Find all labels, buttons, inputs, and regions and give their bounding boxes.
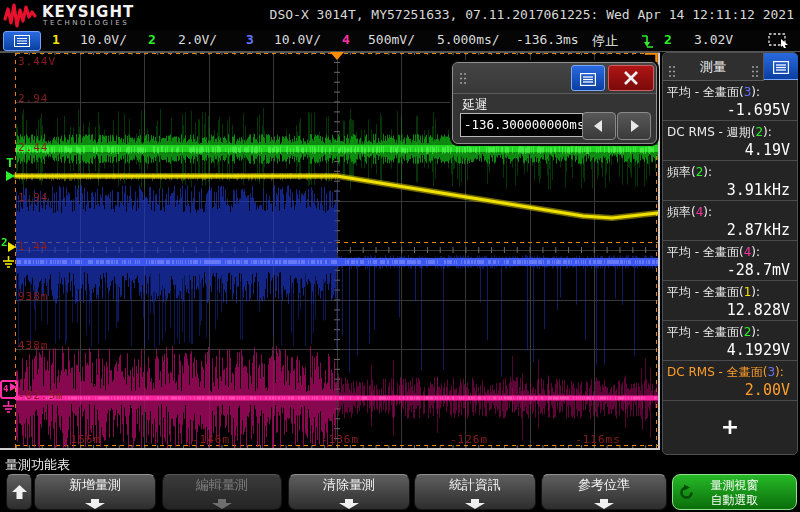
measurement-item[interactable]: 平均 - 全畫面(1):12.828V [663, 281, 797, 321]
up-arrow-icon [12, 485, 27, 499]
x-axis-label: -146m [192, 433, 230, 446]
channel-1-button[interactable]: 1 [52, 32, 60, 47]
x-axis-label: -116ms [575, 433, 621, 446]
softkey-label: 新增量測 [35, 476, 155, 494]
channel-4-button[interactable]: 4 [342, 32, 350, 47]
dialog-close-button[interactable] [608, 65, 654, 91]
channel-2-button[interactable]: 2 [148, 32, 156, 47]
trigger-level-marker[interactable]: T [6, 155, 14, 170]
softkey-5[interactable]: 參考位準 [541, 474, 667, 510]
measurement-item[interactable]: 平均 - 全畫面(4):-28.7mV [663, 241, 797, 281]
channel4-ground-arrow-icon [10, 383, 17, 391]
channel1-ground-arrow-icon[interactable] [8, 242, 16, 252]
trigger-level-arrow-icon[interactable] [6, 171, 15, 181]
decrement-button[interactable] [582, 112, 616, 140]
measurement-label: 平均 - 全畫面(3): [663, 81, 797, 101]
header: KEYSIGHT TECHNOLOGIES DSO-X 3014T, MY572… [0, 0, 800, 30]
measurement-value: -1.695V [663, 101, 797, 119]
menu-title: 量測功能表 [5, 456, 70, 474]
y-axis-label: 2.94 [18, 92, 49, 105]
right-arrow-icon [631, 120, 639, 132]
softkey-2: 編輯量測 [162, 474, 282, 510]
down-arrow-icon [594, 499, 614, 509]
trigger-level[interactable]: 3.02V [694, 32, 733, 47]
softkey-3[interactable]: 清除量測 [288, 474, 410, 510]
x-axis-label: -136m [321, 433, 359, 446]
hamburger-menu-icon [580, 73, 596, 86]
y-axis-label: 2.44 [18, 141, 49, 154]
close-icon [623, 70, 639, 86]
measurement-channel-number: 2 [755, 125, 763, 139]
channel-3-button[interactable]: 3 [246, 32, 254, 47]
drag-handle-icon[interactable] [459, 70, 467, 89]
delay-label: 延遲 [462, 96, 488, 114]
measurement-value: 4.1929V [663, 341, 797, 359]
refresh-circular-arrow-icon [678, 484, 695, 501]
add-measurement-button[interactable]: + [663, 405, 797, 449]
trigger-source[interactable]: 2 [664, 32, 672, 47]
brand-subtitle: TECHNOLOGIES [43, 19, 129, 27]
measurement-label: 平均 - 全畫面(2): [663, 321, 797, 341]
hamburger-menu-icon [14, 35, 30, 47]
down-arrow-icon [212, 499, 232, 509]
left-arrow-icon [594, 120, 602, 132]
softkey-label: 統計資訊 [415, 476, 535, 494]
softkey-label: 清除量測 [289, 476, 409, 494]
y-axis-label: -62.5m [18, 389, 64, 402]
y-axis-label: 438m [18, 339, 49, 352]
measurement-label: 頻率(4): [663, 201, 797, 221]
measurement-item[interactable]: 頻率(4):2.87kHz [663, 201, 797, 241]
measurement-item[interactable]: DC RMS - 全畫面(3):2.00V [663, 361, 797, 401]
measurement-item[interactable]: 平均 - 全畫面(3):-1.695V [663, 81, 797, 121]
panel-menu-button[interactable] [764, 53, 798, 80]
y-axis-label: 1.94 [18, 191, 49, 204]
measurement-item[interactable]: 平均 - 全畫面(2):4.1929V [663, 321, 797, 361]
timebase-delay[interactable]: -136.3ms [516, 32, 579, 47]
panel-title-text: 測量 [700, 59, 726, 74]
measurement-value: 2.00V [663, 381, 797, 399]
channel2-ground-marker[interactable]: 2 [1, 236, 8, 249]
measurement-label: 平均 - 全畫面(4): [663, 241, 797, 261]
oscilloscope-screen: KEYSIGHT TECHNOLOGIES DSO-X 3014T, MY572… [0, 0, 800, 512]
measurement-item[interactable]: DC RMS - 週期(2):4.19V [663, 121, 797, 161]
channel-2-scale[interactable]: 2.0V/ [178, 32, 217, 47]
channel-1-scale[interactable]: 10.0V/ [80, 32, 127, 47]
measurement-window-toggle-button[interactable]: 量測視窗 自動選取 [672, 474, 797, 510]
back-button[interactable] [6, 474, 32, 510]
measurement-item[interactable]: 頻率(2):3.91kHz [663, 161, 797, 201]
channel-status-bar: 5.000ms/ -136.3ms 停止 2 3.02V 110.0V/22.0… [0, 30, 800, 52]
dialog-titlebar[interactable] [453, 63, 656, 94]
measurement-value: 12.828V [663, 301, 797, 319]
acquisition-state: 停止 [592, 32, 618, 50]
panel-title: 測量 [663, 53, 764, 81]
instrument-info: DSO-X 3014T, MY57251633, 07.11.201706122… [270, 7, 794, 22]
region-select-icon[interactable] [768, 33, 790, 48]
measurement-value: 4.19V [663, 141, 797, 159]
measurement-value: -28.7mV [663, 261, 797, 279]
down-arrow-icon [465, 499, 485, 509]
dialog-menu-button[interactable] [571, 65, 605, 91]
measurement-label: DC RMS - 全畫面(3): [663, 361, 797, 381]
measurement-label: DC RMS - 週期(2): [663, 121, 797, 141]
softkey-label: 編輯量測 [163, 476, 281, 494]
trigger-edge-icon[interactable] [641, 34, 654, 48]
main-menu-button[interactable] [3, 31, 41, 51]
trigger-position-marker[interactable] [330, 52, 344, 60]
increment-button[interactable] [617, 112, 651, 140]
down-arrow-icon [339, 499, 359, 509]
measurement-value: 2.87kHz [663, 221, 797, 239]
x-axis-label: -126m [450, 433, 488, 446]
channel-4-scale[interactable]: 500mV/ [368, 32, 415, 47]
channel-3-scale[interactable]: 10.0V/ [274, 32, 321, 47]
measurement-list: 平均 - 全畫面(3):-1.695VDC RMS - 週期(2):4.19V頻… [663, 81, 797, 401]
softkey-4[interactable]: 統計資訊 [414, 474, 536, 510]
delay-dialog: 延遲 -136.300000000ms [452, 62, 657, 144]
channel4-ground-symbol-icon [2, 399, 15, 418]
hamburger-menu-icon [773, 61, 789, 74]
timebase-scale[interactable]: 5.000ms/ [437, 32, 500, 47]
measurement-panel: 測量 平均 - 全畫面(3):-1.695VDC RMS - 週期(2):4.1… [662, 52, 798, 455]
softkey-label: 參考位準 [542, 476, 666, 494]
softkey-1[interactable]: 新增量測 [34, 474, 156, 510]
delay-value-input[interactable]: -136.300000000ms [460, 113, 583, 137]
down-arrow-icon [85, 499, 105, 509]
